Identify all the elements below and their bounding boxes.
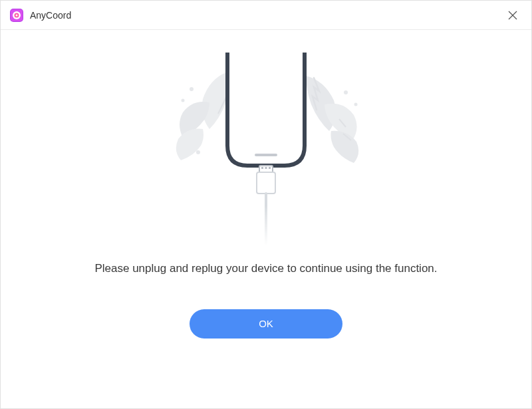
svg-point-10 — [344, 90, 348, 94]
svg-point-11 — [354, 103, 358, 106]
app-title: AnyCoord — [30, 10, 503, 21]
svg-rect-14 — [261, 167, 263, 169]
svg-point-8 — [182, 99, 185, 102]
close-button[interactable] — [503, 6, 522, 25]
svg-rect-19 — [146, 205, 386, 245]
instruction-message: Please unplug and replug your device to … — [94, 260, 437, 277]
svg-rect-16 — [269, 167, 271, 169]
svg-point-9 — [196, 150, 200, 154]
app-window: AnyCoord — [0, 0, 532, 409]
svg-rect-15 — [265, 167, 267, 169]
titlebar: AnyCoord — [1, 1, 531, 30]
svg-point-7 — [190, 87, 194, 91]
content-area: Please unplug and replug your device to … — [1, 30, 531, 408]
svg-rect-12 — [255, 154, 277, 156]
ok-button[interactable]: OK — [190, 309, 342, 339]
svg-point-4 — [16, 14, 18, 16]
unplug-illustration — [146, 53, 386, 245]
app-logo-icon — [10, 9, 23, 22]
svg-rect-17 — [257, 172, 275, 194]
close-icon — [508, 11, 517, 20]
